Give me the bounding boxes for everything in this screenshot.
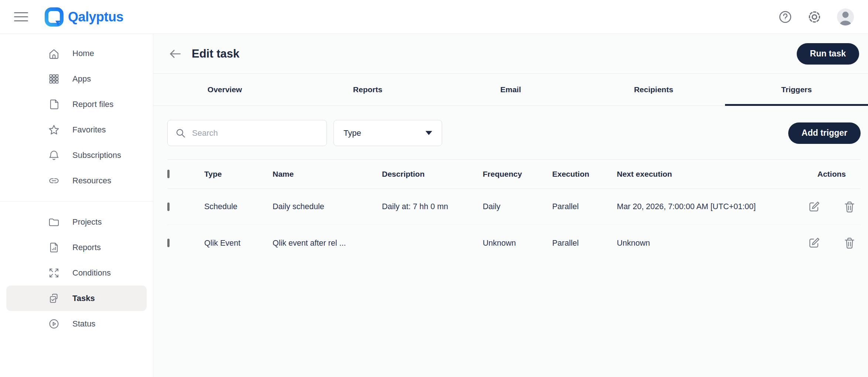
triggers-panel: Type Add trigger Type Name Description F… xyxy=(153,106,868,377)
report-chart-icon xyxy=(47,241,61,254)
chevron-down-icon xyxy=(426,131,432,135)
home-icon xyxy=(47,47,61,60)
tasks-clipboard-icon xyxy=(47,292,61,305)
sidebar-item-favorites[interactable]: Favorites xyxy=(6,117,147,142)
sidebar-item-label: Resources xyxy=(72,176,111,186)
tab-bar: Overview Reports Email Recipients Trigge… xyxy=(153,74,868,106)
sidebar-item-status[interactable]: Status xyxy=(6,311,147,336)
tab-reports[interactable]: Reports xyxy=(296,74,439,106)
table-row: Schedule Daily schedule Daily at: 7 hh 0… xyxy=(167,189,861,225)
page-header: Edit task Run task xyxy=(153,34,868,74)
cell-name: Daily schedule xyxy=(273,202,382,211)
cell-frequency: Daily xyxy=(483,202,552,211)
column-header-type: Type xyxy=(204,170,273,179)
column-header-name: Name xyxy=(273,170,382,179)
triggers-table: Type Name Description Frequency Executio… xyxy=(167,159,861,261)
cell-type: Qlik Event xyxy=(204,239,273,248)
cell-execution: Parallel xyxy=(552,239,617,248)
sidebar-item-label: Subscriptions xyxy=(72,151,121,160)
search-icon xyxy=(175,128,186,139)
sidebar-item-label: Apps xyxy=(72,74,91,84)
column-header-next-execution: Next execution xyxy=(617,170,803,179)
edit-icon[interactable] xyxy=(807,200,821,214)
sidebar: Home Apps Report files xyxy=(0,34,153,377)
column-header-frequency: Frequency xyxy=(483,170,552,179)
sidebar-item-label: Favorites xyxy=(72,125,106,135)
row-checkbox[interactable] xyxy=(167,239,170,247)
sidebar-item-tasks[interactable]: Tasks xyxy=(6,286,147,311)
bell-icon xyxy=(47,149,61,162)
apps-grid-icon xyxy=(47,72,61,86)
table-header-row: Type Name Description Frequency Executio… xyxy=(167,159,861,189)
search-input[interactable] xyxy=(192,128,319,138)
hamburger-menu-icon[interactable] xyxy=(14,12,28,21)
sidebar-item-conditions[interactable]: Conditions xyxy=(6,260,147,286)
row-checkbox[interactable] xyxy=(167,203,170,211)
link-icon xyxy=(47,174,61,187)
table-row: Qlik Event Qlik event after rel ... Unkn… xyxy=(167,225,861,261)
user-avatar[interactable] xyxy=(837,8,854,25)
page-title: Edit task xyxy=(192,47,239,60)
sidebar-item-label: Status xyxy=(72,319,95,329)
sidebar-item-apps[interactable]: Apps xyxy=(6,66,147,91)
column-header-description: Description xyxy=(382,170,483,179)
edit-icon[interactable] xyxy=(807,236,821,250)
sidebar-item-label: Conditions xyxy=(72,268,111,278)
run-task-button[interactable]: Run task xyxy=(797,43,859,65)
tab-triggers[interactable]: Triggers xyxy=(725,74,868,106)
sidebar-item-label: Report files xyxy=(72,100,113,109)
add-trigger-button[interactable]: Add trigger xyxy=(788,122,861,144)
cell-next-execution: Unknown xyxy=(617,239,803,248)
logo-text: Qalyptus xyxy=(68,9,123,25)
search-box xyxy=(167,120,327,146)
select-all-checkbox[interactable] xyxy=(167,170,170,178)
help-icon[interactable] xyxy=(779,10,792,24)
sidebar-item-label: Tasks xyxy=(72,294,95,303)
sidebar-item-label: Reports xyxy=(72,243,101,252)
type-filter-label: Type xyxy=(344,128,361,138)
sidebar-item-resources[interactable]: Resources xyxy=(6,168,147,193)
folder-icon xyxy=(47,215,61,229)
sidebar-item-projects[interactable]: Projects xyxy=(6,209,147,235)
type-filter-dropdown[interactable]: Type xyxy=(334,120,442,146)
file-icon xyxy=(47,98,61,111)
expand-arrows-icon xyxy=(47,266,61,280)
topbar: Qalyptus xyxy=(0,0,868,34)
cell-frequency: Unknown xyxy=(483,239,552,248)
sidebar-item-report-files[interactable]: Report files xyxy=(6,91,147,117)
app-window: Qalyptus xyxy=(0,0,868,377)
sidebar-item-label: Projects xyxy=(72,217,102,227)
cell-next-execution: Mar 20, 2026, 7:00:00 AM [UTC+01:00] xyxy=(617,202,803,211)
tab-overview[interactable]: Overview xyxy=(153,74,296,106)
sidebar-divider xyxy=(0,201,153,201)
qalyptus-logo-icon xyxy=(44,7,64,27)
tab-email[interactable]: Email xyxy=(439,74,582,106)
tab-recipients[interactable]: Recipients xyxy=(582,74,725,106)
sidebar-item-home[interactable]: Home xyxy=(6,41,147,66)
cell-name: Qlik event after rel ... xyxy=(273,239,382,248)
cell-type: Schedule xyxy=(204,202,273,211)
column-header-execution: Execution xyxy=(552,170,617,179)
main-content: Edit task Run task Overview Reports Emai… xyxy=(153,34,868,377)
play-circle-icon xyxy=(47,317,61,331)
settings-gear-icon[interactable] xyxy=(807,10,821,24)
delete-trash-icon[interactable] xyxy=(843,236,857,250)
column-header-actions: Actions xyxy=(803,170,861,179)
sidebar-item-label: Home xyxy=(72,49,94,58)
sidebar-item-reports[interactable]: Reports xyxy=(6,235,147,260)
cell-description: Daily at: 7 hh 0 mn xyxy=(382,202,483,211)
cell-execution: Parallel xyxy=(552,202,617,211)
app-logo: Qalyptus xyxy=(44,7,123,27)
back-arrow-icon[interactable] xyxy=(168,47,182,61)
star-icon xyxy=(47,123,61,136)
sidebar-item-subscriptions[interactable]: Subscriptions xyxy=(6,142,147,168)
delete-trash-icon[interactable] xyxy=(843,200,857,214)
